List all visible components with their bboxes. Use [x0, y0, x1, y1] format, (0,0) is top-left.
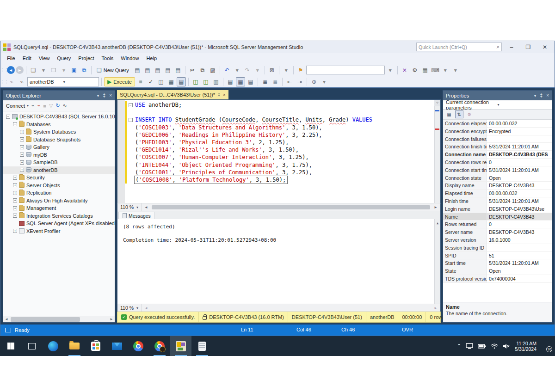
menu-project[interactable]: Project	[74, 54, 98, 62]
messages-pane[interactable]: ▲ (8 rows affected) Completion time: 202…	[117, 219, 441, 304]
analysis-dmx-query-icon[interactable]: ▤	[153, 66, 162, 75]
editor-vscrollbar[interactable]: ÷	[434, 100, 440, 203]
property-row-tds-protocol-versio[interactable]: TDS protocol versio0x74000004	[443, 275, 552, 283]
client-statistics-icon[interactable]: ▥	[211, 77, 221, 86]
start-button[interactable]	[0, 336, 21, 356]
tree-item-security[interactable]: +Security	[3, 174, 115, 182]
tree-expander-icon[interactable]: +	[20, 153, 24, 157]
toolbar-overflow-icon[interactable]: ▾	[451, 66, 460, 75]
tree-expander-icon[interactable]: −	[13, 122, 17, 126]
tree-item-database-snapshots[interactable]: +Database Snapshots	[3, 136, 115, 144]
execute-button[interactable]: ▶Execute	[104, 77, 135, 86]
tree-expander-icon[interactable]: +	[13, 229, 17, 233]
analysis-xmla-query-icon[interactable]: ▤	[163, 66, 173, 75]
action-center-button[interactable]: 16	[541, 342, 550, 350]
analysis-mdx-query-icon[interactable]: ▤	[143, 66, 152, 75]
taskbar-clock[interactable]: 11:20 AM 5/31/2024	[515, 341, 536, 352]
scroll-right-icon[interactable]: ►	[431, 306, 440, 310]
volume-muted-icon[interactable]	[503, 343, 510, 349]
command-window-icon[interactable]: ⌨	[431, 66, 440, 75]
redo-icon[interactable]: ↷	[243, 66, 252, 75]
tree-expander-icon[interactable]: +	[13, 176, 17, 180]
database-combobox[interactable]: anotherDB▾	[27, 77, 99, 86]
wrench-icon[interactable]: ⚙	[410, 66, 419, 75]
sql-line-11[interactable]: ('COSC1008', 'Platform Technology', 3, 1…	[127, 176, 440, 184]
search-dropdown-icon[interactable]: ▾	[386, 66, 395, 75]
scroll-right-icon[interactable]: ►	[431, 205, 440, 209]
toolbar-dropdown-icon[interactable]: ▾	[282, 66, 291, 75]
menu-window[interactable]: Window	[117, 54, 142, 62]
task-view-button[interactable]	[21, 336, 43, 356]
chevron-down-icon[interactable]: ▾	[498, 103, 549, 107]
chevron-down-icon[interactable]: ▾	[136, 306, 138, 310]
sql-line-9[interactable]: ('INTE1044', 'Object Oriented Programmin…	[127, 161, 440, 169]
tree-expander-icon[interactable]: +	[20, 130, 24, 134]
new-file-dropdown-icon[interactable]: ▾	[39, 66, 48, 75]
sqlcmd-query-icon[interactable]: ▤	[173, 66, 183, 75]
tree-expander-icon[interactable]: +	[20, 160, 24, 165]
tree-item-anotherdb[interactable]: +anotherDB	[3, 166, 115, 174]
tree-item-system-databases[interactable]: +System Databases	[3, 128, 115, 136]
property-row-connection-state[interactable]: Connection stateOpen	[443, 174, 552, 182]
sql-line-1[interactable]: −USE anotherDB;	[127, 101, 440, 109]
taskbar-file-explorer[interactable]	[64, 336, 85, 356]
tree-expander-icon[interactable]: +	[13, 183, 17, 187]
monitor-icon[interactable]	[466, 343, 473, 349]
tree-item-gallery[interactable]: +Gallery	[3, 143, 115, 151]
sql-line-7[interactable]: ('GEDC1014', 'Rizal''s Life and Works', …	[127, 146, 440, 153]
increase-indent-icon[interactable]: ⇥	[295, 77, 304, 86]
navigate-forward-icon[interactable]: ►	[16, 66, 24, 74]
messages-vscrollbar[interactable]: ▲	[434, 219, 440, 304]
property-row-start-time[interactable]: Start time5/31/2024 11:20:01 AM	[443, 259, 552, 267]
copy-icon[interactable]: ⧉	[198, 66, 207, 75]
menu-query[interactable]: Query	[53, 54, 74, 62]
parse-query-icon[interactable]: ✓	[146, 77, 155, 86]
new-query-button[interactable]: ❏New Query	[94, 66, 132, 74]
restore-button[interactable]: ❐	[521, 43, 535, 51]
menu-file[interactable]: File	[3, 54, 19, 62]
window-position-icon[interactable]: ▾	[534, 93, 536, 98]
messages-zoom-control[interactable]: 110 %▾	[117, 304, 142, 312]
chevron-down-icon[interactable]: ▾	[136, 205, 138, 209]
estimated-plan-icon[interactable]: ◫	[156, 77, 166, 86]
include-actual-plan-icon[interactable]: ◫	[191, 77, 200, 86]
toolbar2-overflow-icon[interactable]: ▾	[320, 77, 329, 86]
cancel-query-icon[interactable]: ■	[136, 77, 145, 86]
undo-dropdown-icon[interactable]: ▾	[233, 66, 242, 75]
open-file-icon[interactable]: ❒	[49, 66, 58, 75]
property-row-connection-encryptio[interactable]: Connection encryptioEncrypted	[443, 128, 552, 135]
tree-expander-icon[interactable]: +	[13, 214, 17, 218]
sql-line-6[interactable]: ('PHED1003', 'Physical Education 3', 2, …	[127, 139, 440, 146]
property-row-session-tracing-id[interactable]: Session tracing ID	[443, 244, 552, 252]
property-row-spid[interactable]: SPID51	[443, 252, 552, 260]
sql-line-4[interactable]: ('COSC1003', 'Data Structures and Algori…	[127, 124, 440, 131]
taskbar-mail[interactable]	[106, 336, 128, 356]
collapse-icon[interactable]: −	[129, 103, 133, 107]
menu-view[interactable]: View	[35, 54, 54, 62]
wifi-icon[interactable]	[491, 343, 498, 349]
property-row-login-name[interactable]: Login nameDESKTOP-C4V3B43\Use	[443, 205, 552, 213]
open-file-dropdown-icon[interactable]: ▾	[59, 66, 68, 75]
menu-edit[interactable]: Edit	[19, 54, 35, 62]
connect-plug-icon[interactable]: ⌁	[31, 103, 35, 109]
results-to-grid-icon[interactable]: ▦	[236, 77, 245, 86]
database-engine-query-icon[interactable]: ▤	[133, 66, 142, 75]
close-icon[interactable]: ×	[109, 93, 112, 98]
save-all-icon[interactable]: ⧉	[80, 66, 89, 75]
messages-tab[interactable]: Messages	[118, 212, 155, 219]
activity-monitor-icon[interactable]: ∿	[63, 103, 67, 109]
categorized-icon[interactable]: ▦	[445, 110, 453, 118]
sql-line-3[interactable]: −INSERT INTO StudentGrade (CourseCode, C…	[127, 116, 440, 123]
editor-hscrollbar[interactable]	[152, 205, 430, 209]
tree-item-desktop-c4v3b43-sql-server-16-[interactable]: −DESKTOP-C4V3B43 (SQL Server 16.0.1000	[3, 113, 115, 121]
property-row-name[interactable]: NameDESKTOP-C4V3B43	[443, 213, 552, 221]
cut-icon[interactable]: ✂	[188, 66, 197, 75]
property-row-connection-rows-retu[interactable]: Connection rows retu0	[443, 159, 552, 166]
editor-zoom-control[interactable]: 110 %▾	[117, 203, 142, 211]
taskbar-notepad[interactable]	[191, 336, 213, 356]
taskbar-ssms[interactable]	[170, 336, 191, 356]
property-row-rows-returned[interactable]: Rows returned0	[443, 220, 552, 228]
menu-help[interactable]: Help	[142, 54, 160, 62]
tree-item-server-objects[interactable]: +Server Objects	[3, 182, 115, 190]
property-row-server-version[interactable]: Server version16.0.1000	[443, 236, 552, 244]
